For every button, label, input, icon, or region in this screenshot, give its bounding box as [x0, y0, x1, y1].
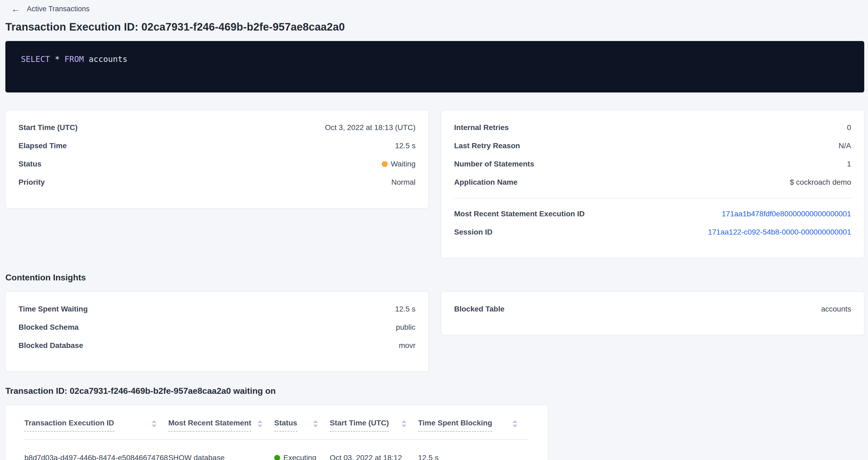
column-header-status: Status — [274, 415, 330, 439]
column-label[interactable]: Most Recent Statement — [168, 419, 251, 432]
info-label: Application Name — [454, 178, 517, 187]
cell-status: Executing — [274, 439, 330, 460]
transaction-summary-card: Start Time (UTC) Oct 3, 2022 at 18:13 (U… — [5, 110, 429, 208]
info-row-blocked-table: Blocked Table accounts — [454, 300, 851, 318]
waiting-on-table: Transaction Execution ID Most Recent Sta… — [24, 415, 529, 460]
waiting-on-heading: Transaction ID: 02ca7931-f246-469b-b2fe-… — [5, 386, 864, 396]
info-row-start-time: Start Time (UTC) Oct 3, 2022 at 18:13 (U… — [19, 119, 415, 137]
column-header-most-recent-statement: Most Recent Statement — [168, 415, 274, 439]
column-label[interactable]: Time Spent Blocking — [418, 419, 492, 432]
info-row-time-spent-waiting: Time Spent Waiting 12.5 s — [19, 300, 415, 318]
contention-right-card: Blocked Table accounts — [441, 292, 864, 335]
info-label: Most Recent Statement Execution ID — [454, 210, 585, 218]
table-header-row: Transaction Execution ID Most Recent Sta… — [24, 415, 529, 439]
info-label: Time Spent Waiting — [19, 305, 88, 313]
info-value: Normal — [392, 178, 415, 187]
breadcrumb-label[interactable]: Active Transactions — [27, 5, 90, 13]
info-value: Oct 3, 2022 at 18:13 (UTC) — [325, 123, 415, 132]
sort-icon[interactable] — [258, 420, 262, 428]
info-row-priority: Priority Normal — [19, 173, 415, 191]
status-waiting-dot-icon — [382, 161, 388, 167]
table-row: b8d7d03a-d497-446b-8474-e50846674768 SHO… — [24, 439, 529, 460]
info-label: Internal Retries — [454, 123, 509, 132]
info-row-internal-retries: Internal Retries 0 — [454, 119, 851, 137]
info-row-session-id: Session ID 171aa122-c092-54b8-0000-00000… — [454, 223, 851, 241]
contention-insights-heading: Contention Insights — [5, 273, 864, 282]
info-row-blocked-database: Blocked Database movr — [19, 336, 415, 355]
info-row-blocked-schema: Blocked Schema public — [19, 318, 415, 336]
info-value: N/A — [838, 142, 851, 150]
info-label: Start Time (UTC) — [19, 123, 78, 132]
transaction-details-page: ← Active Transactions Transaction Execut… — [0, 4, 868, 460]
sql-star: * — [55, 54, 60, 64]
info-label: Elapsed Time — [19, 142, 67, 150]
column-label[interactable]: Start Time (UTC) — [330, 419, 389, 432]
info-label: Last Retry Reason — [454, 142, 520, 150]
cell-time-spent-blocking: 12.5 s — [418, 439, 529, 460]
column-label[interactable]: Transaction Execution ID — [24, 419, 114, 432]
sort-icon[interactable] — [152, 420, 157, 428]
cell-transaction-execution-id: b8d7d03a-d497-446b-8474-e50846674768 — [24, 439, 168, 460]
info-value: accounts — [821, 305, 851, 313]
info-value: 12.5 s — [395, 305, 415, 313]
info-row-elapsed-time: Elapsed Time 12.5 s — [19, 137, 415, 155]
summary-cards-row: Start Time (UTC) Oct 3, 2022 at 18:13 (U… — [5, 110, 864, 258]
info-row-statement-execution-id: Most Recent Statement Execution ID 171aa… — [454, 205, 851, 223]
back-arrow-icon[interactable]: ← — [11, 4, 20, 13]
page-title: Transaction Execution ID: 02ca7931-f246-… — [5, 21, 864, 33]
info-value: $ cockroach demo — [790, 178, 851, 187]
info-value: 12.5 s — [395, 142, 415, 150]
info-value: movr — [399, 341, 415, 350]
waiting-on-table-card: Transaction Execution ID Most Recent Sta… — [5, 405, 548, 460]
execution-details-card: Internal Retries 0 Last Retry Reason N/A… — [441, 110, 864, 258]
cell-most-recent-statement: SHOW database — [168, 439, 274, 460]
info-value: 1 — [847, 160, 851, 168]
sql-keyword-select: SELECT — [21, 54, 50, 64]
info-label: Blocked Table — [454, 305, 504, 313]
info-label: Priority — [19, 178, 45, 187]
info-row-number-of-statements: Number of Statements 1 — [454, 155, 851, 173]
info-value: 0 — [847, 123, 851, 132]
info-label: Blocked Schema — [19, 323, 79, 332]
statement-execution-id-link[interactable]: 171aa1b478fdf0e80000000000000001 — [722, 210, 851, 218]
sql-statement-box: SELECT * FROM accounts — [5, 41, 864, 92]
info-row-status: Status Waiting — [19, 155, 415, 173]
breadcrumb[interactable]: ← Active Transactions — [11, 4, 90, 13]
sort-icon[interactable] — [513, 420, 517, 428]
sort-icon[interactable] — [402, 420, 406, 428]
cell-start-time: Oct 03, 2022 at 18:12 — [330, 439, 418, 460]
card-divider — [454, 198, 851, 198]
sql-keyword-from: FROM — [65, 54, 84, 64]
info-row-last-retry-reason: Last Retry Reason N/A — [454, 137, 851, 155]
info-label: Blocked Database — [19, 341, 83, 350]
contention-left-card: Time Spent Waiting 12.5 s Blocked Schema… — [5, 292, 429, 371]
info-value: public — [396, 323, 415, 332]
status-text: Executing — [283, 454, 316, 460]
column-label[interactable]: Status — [274, 419, 297, 432]
contention-cards-row: Time Spent Waiting 12.5 s Blocked Schema… — [5, 292, 864, 371]
status-text: Waiting — [391, 160, 415, 168]
info-row-application-name: Application Name $ cockroach demo — [454, 173, 851, 191]
session-id-link[interactable]: 171aa122-c092-54b8-0000-000000000001 — [708, 228, 851, 237]
column-header-time-spent-blocking: Time Spent Blocking — [418, 415, 529, 439]
info-label: Session ID — [454, 228, 492, 237]
column-header-start-time: Start Time (UTC) — [330, 415, 418, 439]
column-header-transaction-execution-id: Transaction Execution ID — [24, 415, 168, 439]
info-label: Status — [19, 160, 41, 168]
info-label: Number of Statements — [454, 160, 534, 168]
sort-icon[interactable] — [313, 420, 318, 428]
sql-table-name: accounts — [89, 54, 128, 64]
info-value: Waiting — [382, 160, 415, 168]
status-executing-dot-icon — [274, 455, 280, 460]
